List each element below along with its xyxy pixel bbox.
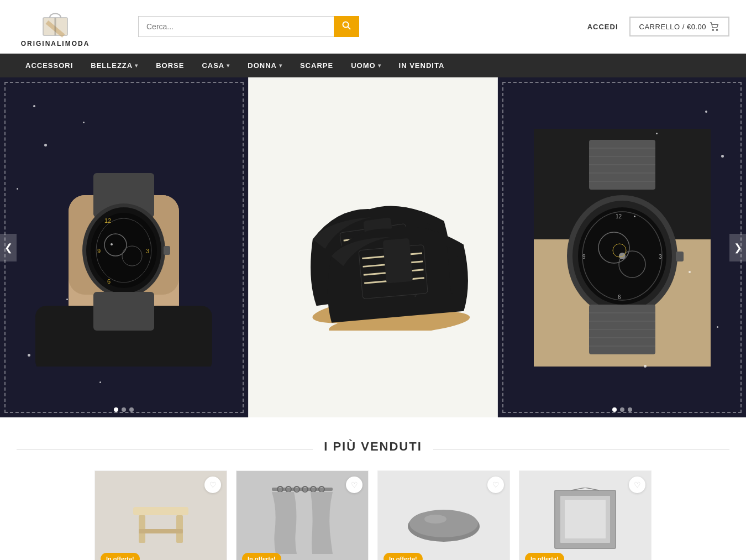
product-frame-image [549, 488, 621, 554]
slider-next-button[interactable]: ❯ [729, 234, 746, 261]
cart-icon [710, 22, 719, 32]
snow-dot [644, 365, 647, 368]
accedi-button[interactable]: ACCEDI [587, 23, 618, 31]
svg-point-6 [716, 29, 718, 32]
nav-item-borse[interactable]: BORSE [147, 54, 193, 77]
product-image-area: In offerta! ♡ [378, 471, 509, 560]
badge-offerta: In offerta! [242, 553, 281, 560]
svg-point-52 [619, 253, 626, 259]
snow-dot [99, 381, 101, 383]
snow-dot [44, 144, 47, 146]
svg-text:9: 9 [582, 254, 586, 260]
svg-rect-36 [383, 238, 413, 283]
product-card: In offerta! ♡ [377, 470, 510, 560]
svg-rect-68 [139, 529, 183, 533]
nav-item-casa[interactable]: CASA ▾ [193, 54, 239, 77]
search-bar [138, 16, 359, 37]
hero-panel-center: ✓ [248, 77, 498, 417]
slider-prev-button[interactable]: ❮ [0, 234, 17, 261]
nav-item-in-vendita[interactable]: IN VENDITA [390, 54, 454, 77]
search-icon [342, 21, 351, 30]
svg-point-3 [343, 22, 349, 28]
product-curtain-image [269, 482, 335, 559]
svg-rect-65 [133, 507, 188, 515]
svg-rect-22 [93, 292, 154, 331]
section-title: I PIÙ VENDUTI [313, 439, 433, 454]
svg-rect-21 [164, 246, 170, 255]
badge-offerta: In offerta! [383, 553, 423, 560]
search-button[interactable] [334, 16, 359, 37]
product-card: In offerta! ♡ [236, 470, 369, 560]
nav-item-uomo[interactable]: UOMO ▾ [342, 54, 390, 77]
hero-panel-right: 12 3 6 9 ❯ [498, 77, 746, 417]
snow-dot [656, 133, 658, 134]
svg-text:9: 9 [97, 248, 101, 254]
snow-dot [717, 326, 718, 328]
product-image-area: In offerta! ♡ [237, 471, 368, 560]
wishlist-button[interactable]: ♡ [629, 477, 645, 493]
product-image-area: In offerta! ♡ [519, 471, 651, 560]
svg-point-77 [409, 510, 478, 537]
badge-offerta: In offerta! [101, 553, 140, 560]
cart-button[interactable]: CARRELLO / €0.00 [629, 17, 729, 36]
svg-text:12: 12 [104, 217, 111, 224]
watch-left-image: 12 3 6 9 [35, 129, 212, 367]
search-input[interactable] [138, 16, 334, 37]
slider-dot[interactable] [628, 407, 632, 412]
svg-text:12: 12 [616, 213, 622, 219]
slider-dot[interactable] [612, 407, 617, 412]
svg-text:✓: ✓ [413, 291, 418, 298]
snow-dot [634, 216, 635, 217]
snow-dot [705, 111, 707, 113]
svg-rect-81 [565, 500, 606, 538]
nav-item-bellezza[interactable]: BELLEZZA ▾ [82, 54, 147, 77]
hero-slider: 12 3 6 9 ❮ [0, 77, 746, 417]
svg-text:6: 6 [107, 278, 111, 285]
main-nav: ACCESSORI BELLEZZA ▾ BORSE CASA ▾ DONNA … [0, 54, 746, 77]
svg-point-5 [712, 29, 715, 32]
products-row: In offerta! ♡ [0, 465, 746, 560]
nav-item-accessori[interactable]: ACCESSORI [17, 54, 82, 77]
snow-dot [33, 105, 35, 107]
badge-offerta: In offerta! [525, 553, 564, 560]
slider-dots-left [0, 407, 248, 412]
snow-dot [689, 271, 691, 273]
header-right: ACCEDI CARRELLO / €0.00 [587, 17, 729, 36]
wishlist-button[interactable]: ♡ [487, 477, 504, 493]
slider-dots-right [498, 407, 746, 412]
snow-dot [721, 155, 724, 158]
product-image-area: In offerta! ♡ [95, 471, 227, 560]
svg-text:3: 3 [659, 254, 662, 260]
logo-icon [39, 6, 72, 39]
logo-text: ORIGINALIMODA [21, 40, 90, 48]
chevron-down-icon: ▾ [378, 62, 381, 69]
logo[interactable]: ORIGINALIMODA [17, 6, 94, 48]
nav-item-scarpe[interactable]: SCARPE [291, 54, 342, 77]
snow-dot [28, 354, 30, 357]
wishlist-button[interactable]: ♡ [204, 477, 221, 493]
slider-dot[interactable] [114, 407, 118, 412]
svg-line-4 [348, 27, 351, 30]
slider-dot[interactable] [122, 407, 126, 412]
snow-dot [17, 188, 18, 190]
hero-panel-left: 12 3 6 9 ❮ [0, 77, 248, 417]
snow-dot [111, 243, 113, 245]
best-sellers-section: I PIÙ VENDUTI In offerta! ♡ [0, 417, 746, 560]
snow-dot [66, 299, 68, 300]
product-card: In offerta! ♡ [94, 470, 227, 560]
svg-point-78 [424, 515, 446, 524]
wishlist-button[interactable]: ♡ [346, 477, 363, 493]
chevron-down-icon: ▾ [135, 62, 138, 69]
chevron-down-icon: ▾ [227, 62, 230, 69]
slider-dot[interactable] [620, 407, 624, 412]
slider-dot[interactable] [129, 407, 134, 412]
product-stool-image [128, 493, 194, 548]
snow-dot [83, 122, 85, 123]
svg-rect-58 [676, 252, 684, 261]
svg-text:6: 6 [618, 294, 621, 300]
nav-item-donna[interactable]: DONNA ▾ [239, 54, 291, 77]
section-title-wrap: I PIÙ VENDUTI [0, 417, 746, 465]
product-pillow-image [405, 496, 482, 546]
svg-text:3: 3 [146, 248, 149, 254]
cart-label: CARRELLO / €0.00 [639, 23, 706, 31]
